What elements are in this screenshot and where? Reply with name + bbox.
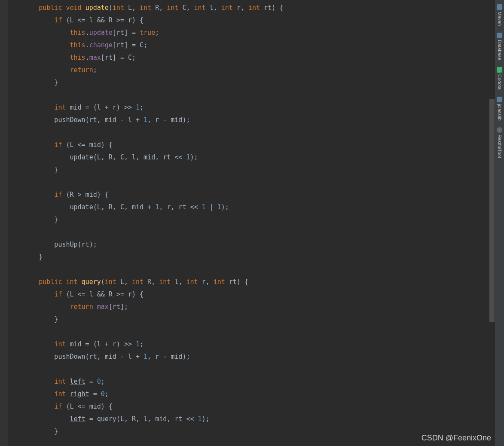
tool-jclasslib[interactable]: jclasslib — [496, 94, 503, 123]
editor-gutter — [0, 0, 8, 446]
restfultool-icon — [497, 127, 502, 133]
right-tool-window-bar: Maven Database Codota jclasslib RestfulT… — [495, 0, 504, 446]
code-line[interactable]: } — [8, 214, 504, 226]
tool-maven[interactable]: Maven — [496, 2, 503, 28]
code-line[interactable]: update(L, R, C, mid + 1, r, rt << 1 | 1)… — [8, 201, 504, 214]
tool-restfultool[interactable]: RestfulTool — [496, 125, 503, 160]
code-line[interactable]: } — [8, 164, 504, 176]
code-line[interactable]: if (L <= mid) { — [8, 139, 504, 151]
code-line[interactable]: public void update(int L, int R, int C, … — [8, 2, 504, 14]
code-editor[interactable]: public void update(int L, int R, int C, … — [0, 0, 504, 446]
code-line[interactable]: this.change[rt] = C; — [8, 39, 504, 52]
tool-label: Database — [497, 40, 502, 60]
jclasslib-icon — [497, 97, 502, 102]
code-line[interactable]: if (L <= l && R >= r) { — [8, 288, 504, 301]
tool-label: Maven — [497, 12, 502, 26]
code-line[interactable] — [8, 226, 504, 238]
code-line[interactable] — [8, 176, 504, 189]
tool-label: jclasslib — [497, 104, 502, 121]
scrollbar-thumb[interactable] — [489, 99, 495, 322]
code-line[interactable]: } — [8, 76, 504, 89]
tool-database[interactable]: Database — [496, 30, 503, 63]
code-line[interactable] — [8, 263, 504, 276]
codota-icon — [497, 67, 502, 73]
code-line[interactable]: } — [8, 313, 504, 326]
tool-codota[interactable]: Codota — [496, 64, 503, 92]
code-line[interactable]: if (R > mid) { — [8, 189, 504, 201]
database-icon — [497, 33, 502, 38]
code-line[interactable]: if (L <= l && R >= r) { — [8, 14, 504, 27]
code-line[interactable]: update(L, R, C, l, mid, rt << 1); — [8, 151, 504, 164]
watermark-text: CSDN @FeenixOne — [422, 434, 491, 443]
code-line[interactable] — [8, 126, 504, 139]
code-line[interactable] — [8, 89, 504, 101]
code-line[interactable]: pushDown(rt, mid - l + 1, r - mid); — [8, 351, 504, 363]
code-line[interactable]: return; — [8, 64, 504, 76]
code-line[interactable]: int right = 0; — [8, 388, 504, 400]
code-line[interactable]: int mid = (l + r) >> 1; — [8, 338, 504, 351]
code-line[interactable]: int mid = (l + r) >> 1; — [8, 101, 504, 114]
maven-icon — [497, 4, 502, 10]
code-line[interactable]: return max[rt]; — [8, 301, 504, 313]
code-line[interactable]: this.update[rt] = true; — [8, 27, 504, 39]
code-line[interactable]: int left = 0; — [8, 376, 504, 388]
code-line[interactable]: } — [8, 251, 504, 263]
tool-label: RestfulTool — [497, 134, 502, 158]
code-line[interactable] — [8, 326, 504, 338]
code-line[interactable]: pushDown(rt, mid - l + 1, r - mid); — [8, 114, 504, 126]
code-line[interactable]: left = query(L, R, l, mid, rt << 1); — [8, 413, 504, 425]
code-line[interactable]: if (L <= mid) { — [8, 400, 504, 413]
code-line[interactable] — [8, 363, 504, 376]
code-content[interactable]: public void update(int L, int R, int C, … — [8, 0, 504, 446]
tool-label: Codota — [497, 74, 502, 89]
code-line[interactable]: this.max[rt] = C; — [8, 52, 504, 64]
code-line[interactable]: public int query(int L, int R, int l, in… — [8, 276, 504, 288]
code-line[interactable]: pushUp(rt); — [8, 238, 504, 251]
